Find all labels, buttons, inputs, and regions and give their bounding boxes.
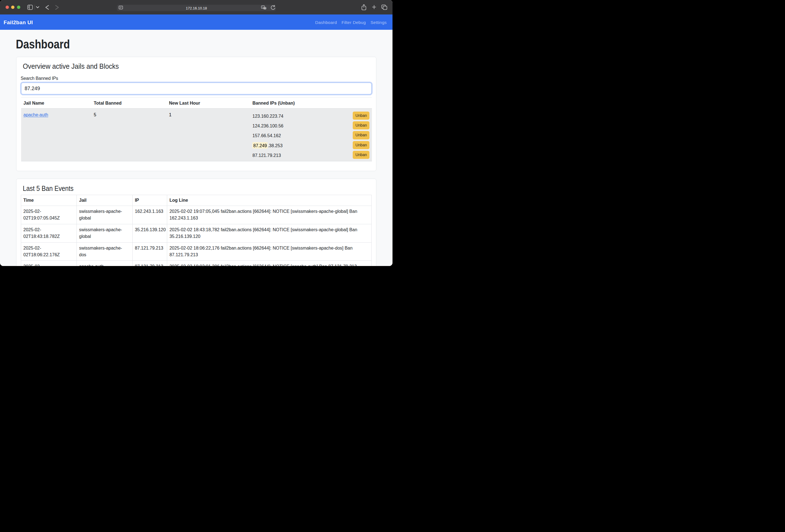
- svg-text:A: A: [262, 6, 264, 9]
- svg-text:文: 文: [264, 7, 266, 9]
